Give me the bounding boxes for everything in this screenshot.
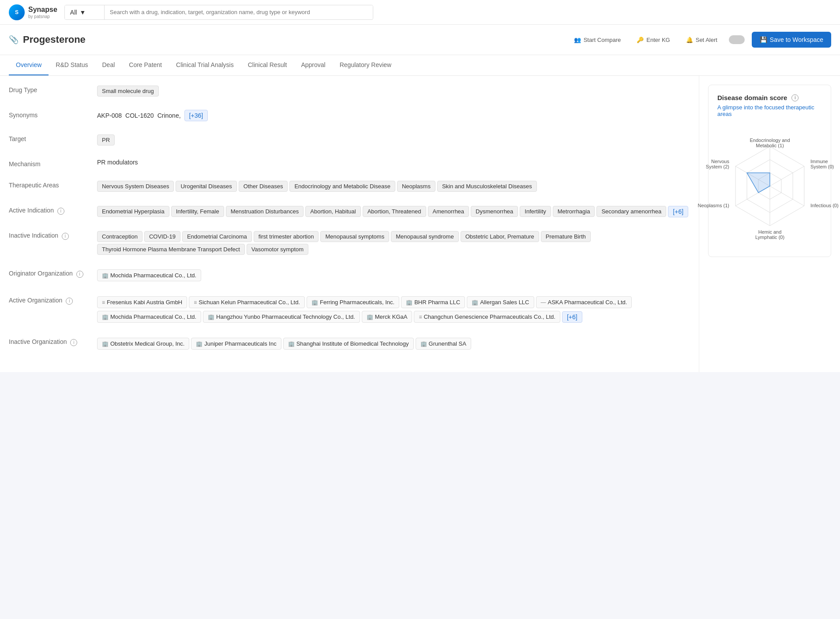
tab-deal[interactable]: Deal — [95, 55, 122, 75]
start-compare-button[interactable]: 👥 Start Compare — [570, 34, 626, 46]
ta-tag-2: Other Diseases — [239, 181, 288, 192]
drug-type-value: Small molecule drug — [97, 85, 690, 97]
compare-icon: 👥 — [574, 37, 581, 43]
tab-clinical-trial[interactable]: Clinical Trial Analysis — [169, 55, 241, 75]
org-icon: 🏢 — [102, 272, 109, 279]
disease-subtitle: A glimpse into the focused therapeutic a… — [717, 104, 822, 117]
ii-tag-5: Menopausal syndrome — [391, 231, 459, 242]
ii-tag-3: first trimester abortion — [254, 231, 319, 242]
active-indication-row: Active Indication i Endometrial Hyperpla… — [9, 205, 690, 218]
inactive-org-2[interactable]: 🏢 Shanghai Institute of Biomedical Techn… — [283, 338, 414, 350]
originator-org-label: Originator Organization i — [9, 268, 97, 278]
drug-name: Progesterone — [23, 34, 86, 45]
svg-line-5 — [770, 186, 804, 206]
radar-svg: Endocrinology and Metabolic (1) Immune S… — [708, 129, 832, 243]
enter-kg-button[interactable]: 🔑 Enter KG — [632, 34, 674, 46]
inactive-org-1[interactable]: 🏢 Juniper Pharmaceuticals Inc — [191, 338, 281, 350]
save-to-workspace-button[interactable]: 💾 Save to Workspace — [752, 32, 831, 48]
logo-title: Synapse — [28, 5, 57, 14]
inactive-org-3[interactable]: 🏢 Grunenthal SA — [416, 338, 471, 350]
tab-overview[interactable]: Overview — [9, 55, 49, 75]
alert-icon: 🔔 — [686, 37, 693, 43]
synonyms-more[interactable]: [+36] — [184, 110, 208, 121]
ai-tag-5: Amenorrhea — [428, 206, 469, 217]
originator-org-info[interactable]: i — [76, 271, 83, 278]
svg-text:System (2): System (2) — [705, 164, 729, 169]
active-org-info[interactable]: i — [66, 298, 73, 305]
svg-text:System (0): System (0) — [810, 164, 834, 169]
ii-tag-7: Premature Birth — [541, 231, 591, 242]
active-indication-more[interactable]: [+6] — [668, 206, 688, 217]
alert-toggle[interactable] — [729, 35, 745, 44]
active-indication-label: Active Indication i — [9, 205, 97, 215]
nav-tabs: Overview R&D Status Deal Core Patent Cli… — [0, 55, 840, 76]
tab-rd-status[interactable]: R&D Status — [49, 55, 95, 75]
kg-icon: 🔑 — [637, 37, 644, 43]
ii-tag-2: Endometrial Carcinoma — [182, 231, 252, 242]
tab-core-patent[interactable]: Core Patent — [122, 55, 169, 75]
active-org-more[interactable]: [+6] — [562, 311, 582, 323]
target-tag: PR — [97, 134, 115, 145]
active-org-row: Active Organization i ≡ Fresenius Kabi A… — [9, 295, 690, 324]
disease-panel: Disease domain score i A glimpse into th… — [708, 85, 831, 257]
radar-label-endocrinology: Endocrinology and — [750, 138, 790, 143]
active-org-6[interactable]: 🏢 Mochida Pharmaceutical Co., Ltd. — [97, 311, 201, 323]
active-indication-value: Endometrial Hyperplasia Infertility, Fem… — [97, 205, 690, 218]
active-org-4[interactable]: 🏢 Allergan Sales LLC — [467, 296, 534, 308]
logo-text: Synapse by patsnap — [28, 5, 57, 19]
ai-tag-4: Abortion, Threatened — [363, 206, 426, 217]
inactive-indication-label: Inactive Indication i — [9, 230, 97, 240]
synonym-2: COL-1620 — [125, 112, 154, 119]
therapeutic-areas-value: Nervous System Diseases Urogenital Disea… — [97, 180, 690, 193]
tab-clinical-result[interactable]: Clinical Result — [241, 55, 294, 75]
right-panel: Disease domain score i A glimpse into th… — [699, 76, 840, 372]
active-org-label: Active Organization i — [9, 295, 97, 305]
ii-tag-8: Thyroid Hormone Plasma Membrane Transpor… — [97, 244, 245, 255]
search-input[interactable] — [105, 5, 373, 19]
originator-org-value: 🏢 Mochida Pharmaceutical Co., Ltd. — [97, 268, 690, 283]
ii-tag-0: Contraception — [97, 231, 142, 242]
inactive-org-label: Inactive Organization i — [9, 336, 97, 346]
inactive-indication-info[interactable]: i — [62, 233, 69, 240]
drug-icon: 📎 — [9, 35, 19, 45]
active-org-7[interactable]: 🏢 Hangzhou Yunbo Pharmaceutical Technolo… — [203, 311, 360, 323]
active-org-1[interactable]: ≡ Sichuan Kelun Pharmaceutical Co., Ltd. — [189, 296, 305, 308]
active-org-5[interactable]: — ASKA Pharmaceutical Co., Ltd. — [536, 296, 632, 308]
inactive-org-info[interactable]: i — [70, 339, 77, 346]
therapeutic-areas-label: Therapeutic Areas — [9, 180, 97, 189]
active-org-2[interactable]: 🏢 Ferring Pharmaceuticals, Inc. — [307, 296, 399, 308]
svg-text:Lymphatic (0): Lymphatic (0) — [755, 235, 784, 240]
inactive-org-value: 🏢 Obstetrix Medical Group, Inc. 🏢 Junipe… — [97, 336, 690, 351]
set-alert-button[interactable]: 🔔 Set Alert — [682, 34, 722, 46]
active-indication-info[interactable]: i — [57, 208, 64, 215]
logo: S Synapse by patsnap — [9, 4, 57, 20]
synonyms-value: AKP-008 COL-1620 Crinone, [+36] — [97, 110, 690, 121]
tab-approval[interactable]: Approval — [294, 55, 332, 75]
target-label: Target — [9, 134, 97, 142]
ii-tag-6: Obstetric Labor, Premature — [461, 231, 539, 242]
inactive-org-0[interactable]: 🏢 Obstetrix Medical Group, Inc. — [97, 338, 189, 350]
active-org-3[interactable]: 🏢 BHR Pharma LLC — [401, 296, 465, 308]
radar-data-polygon — [747, 173, 770, 193]
main-content: Drug Type Small molecule drug Synonyms A… — [0, 76, 840, 372]
active-org-8[interactable]: 🏢 Merck KGaA — [362, 311, 412, 323]
search-category-select[interactable]: All ▼ — [65, 5, 105, 19]
ai-tag-7: Infertility — [520, 206, 551, 217]
active-org-0[interactable]: ≡ Fresenius Kabi Austria GmbH — [97, 296, 187, 308]
target-value: PR — [97, 134, 690, 146]
top-header: S Synapse by patsnap All ▼ — [0, 0, 840, 25]
ta-tag-1: Urogenital Diseases — [176, 181, 236, 192]
svg-line-4 — [770, 166, 804, 186]
active-org-9[interactable]: ≡ Changchun Genescience Pharmaceuticals … — [414, 311, 560, 323]
drug-type-tag: Small molecule drug — [97, 86, 159, 97]
mechanism-row: Mechanism PR modulators — [9, 159, 690, 168]
synonyms-row: Synonyms AKP-008 COL-1620 Crinone, [+36] — [9, 110, 690, 121]
disease-info-icon[interactable]: i — [791, 94, 799, 101]
originator-org-0[interactable]: 🏢 Mochida Pharmaceutical Co., Ltd. — [97, 269, 201, 281]
radar-label-hemic: Hemic and — [758, 229, 781, 235]
mechanism-label: Mechanism — [9, 159, 97, 168]
ai-tag-1: Infertility, Female — [171, 206, 224, 217]
tab-regulatory[interactable]: Regulatory Review — [333, 55, 399, 75]
ii-tag-9: Vasomotor symptom — [247, 244, 308, 255]
synonym-1: AKP-008 — [97, 112, 122, 119]
